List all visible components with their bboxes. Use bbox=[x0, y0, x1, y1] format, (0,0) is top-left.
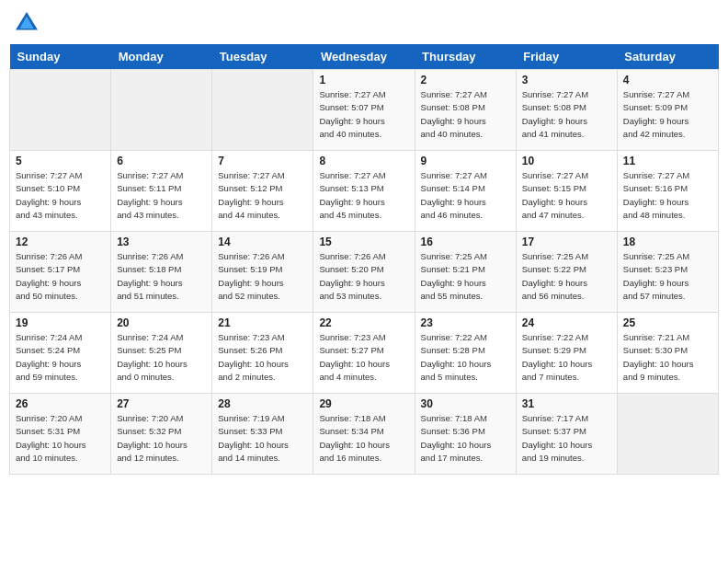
calendar-cell: 4Sunrise: 7:27 AM Sunset: 5:09 PM Daylig… bbox=[617, 70, 718, 151]
calendar-cell bbox=[212, 70, 313, 151]
day-info: Sunrise: 7:27 AM Sunset: 5:15 PM Dayligh… bbox=[522, 169, 611, 222]
day-number: 9 bbox=[421, 155, 510, 167]
day-number: 17 bbox=[522, 236, 611, 248]
day-number: 21 bbox=[218, 316, 307, 329]
weekday-header: Wednesday bbox=[313, 44, 415, 70]
page-header bbox=[9, 9, 719, 37]
day-info: Sunrise: 7:27 AM Sunset: 5:11 PM Dayligh… bbox=[117, 169, 206, 222]
day-number: 3 bbox=[522, 74, 611, 86]
day-info: Sunrise: 7:20 AM Sunset: 5:31 PM Dayligh… bbox=[16, 412, 105, 465]
weekday-header: Thursday bbox=[415, 44, 516, 70]
day-info: Sunrise: 7:27 AM Sunset: 5:08 PM Dayligh… bbox=[522, 88, 611, 141]
calendar-cell: 31Sunrise: 7:17 AM Sunset: 5:37 PM Dayli… bbox=[516, 394, 617, 475]
day-info: Sunrise: 7:17 AM Sunset: 5:37 PM Dayligh… bbox=[522, 412, 611, 465]
logo-icon bbox=[13, 9, 40, 37]
calendar-cell: 25Sunrise: 7:21 AM Sunset: 5:30 PM Dayli… bbox=[617, 313, 718, 394]
day-info: Sunrise: 7:20 AM Sunset: 5:32 PM Dayligh… bbox=[117, 412, 206, 465]
day-info: Sunrise: 7:18 AM Sunset: 5:34 PM Dayligh… bbox=[319, 412, 408, 465]
day-number: 13 bbox=[117, 236, 206, 248]
weekday-header: Tuesday bbox=[212, 44, 313, 70]
calendar-cell: 3Sunrise: 7:27 AM Sunset: 5:08 PM Daylig… bbox=[516, 70, 617, 151]
calendar-cell: 15Sunrise: 7:26 AM Sunset: 5:20 PM Dayli… bbox=[313, 232, 415, 313]
day-info: Sunrise: 7:27 AM Sunset: 5:16 PM Dayligh… bbox=[623, 169, 712, 222]
day-number: 16 bbox=[421, 236, 510, 248]
day-number: 11 bbox=[623, 155, 712, 167]
day-number: 14 bbox=[218, 236, 307, 248]
day-info: Sunrise: 7:23 AM Sunset: 5:27 PM Dayligh… bbox=[319, 331, 408, 384]
day-info: Sunrise: 7:25 AM Sunset: 5:21 PM Dayligh… bbox=[421, 250, 510, 303]
day-number: 26 bbox=[16, 397, 105, 410]
calendar-cell: 24Sunrise: 7:22 AM Sunset: 5:29 PM Dayli… bbox=[516, 313, 617, 394]
calendar-cell: 21Sunrise: 7:23 AM Sunset: 5:26 PM Dayli… bbox=[212, 313, 313, 394]
weekday-header-row: SundayMondayTuesdayWednesdayThursdayFrid… bbox=[10, 44, 719, 70]
calendar-cell: 9Sunrise: 7:27 AM Sunset: 5:14 PM Daylig… bbox=[415, 151, 516, 232]
calendar-cell: 14Sunrise: 7:26 AM Sunset: 5:19 PM Dayli… bbox=[212, 232, 313, 313]
calendar-cell: 5Sunrise: 7:27 AM Sunset: 5:10 PM Daylig… bbox=[10, 151, 111, 232]
weekday-header: Friday bbox=[516, 44, 617, 70]
day-info: Sunrise: 7:27 AM Sunset: 5:08 PM Dayligh… bbox=[421, 88, 510, 141]
day-info: Sunrise: 7:25 AM Sunset: 5:22 PM Dayligh… bbox=[522, 250, 611, 303]
day-number: 18 bbox=[623, 236, 712, 248]
day-info: Sunrise: 7:26 AM Sunset: 5:18 PM Dayligh… bbox=[117, 250, 206, 303]
calendar-cell: 20Sunrise: 7:24 AM Sunset: 5:25 PM Dayli… bbox=[111, 313, 212, 394]
calendar-cell: 10Sunrise: 7:27 AM Sunset: 5:15 PM Dayli… bbox=[516, 151, 617, 232]
weekday-header: Saturday bbox=[617, 44, 718, 70]
calendar-cell: 12Sunrise: 7:26 AM Sunset: 5:17 PM Dayli… bbox=[10, 232, 111, 313]
day-info: Sunrise: 7:26 AM Sunset: 5:20 PM Dayligh… bbox=[319, 250, 408, 303]
day-info: Sunrise: 7:27 AM Sunset: 5:14 PM Dayligh… bbox=[421, 169, 510, 222]
day-info: Sunrise: 7:22 AM Sunset: 5:29 PM Dayligh… bbox=[522, 331, 611, 384]
day-info: Sunrise: 7:22 AM Sunset: 5:28 PM Dayligh… bbox=[421, 331, 510, 384]
day-info: Sunrise: 7:27 AM Sunset: 5:12 PM Dayligh… bbox=[218, 169, 307, 222]
calendar-table: SundayMondayTuesdayWednesdayThursdayFrid… bbox=[9, 44, 719, 475]
calendar-cell: 8Sunrise: 7:27 AM Sunset: 5:13 PM Daylig… bbox=[313, 151, 415, 232]
day-number: 6 bbox=[117, 155, 206, 167]
day-number: 22 bbox=[319, 316, 408, 329]
day-info: Sunrise: 7:24 AM Sunset: 5:24 PM Dayligh… bbox=[16, 331, 105, 384]
day-info: Sunrise: 7:27 AM Sunset: 5:10 PM Dayligh… bbox=[16, 169, 105, 222]
day-number: 12 bbox=[16, 236, 105, 248]
calendar-cell: 2Sunrise: 7:27 AM Sunset: 5:08 PM Daylig… bbox=[415, 70, 516, 151]
weekday-header: Monday bbox=[111, 44, 212, 70]
day-number: 19 bbox=[16, 316, 105, 329]
day-number: 27 bbox=[117, 397, 206, 410]
day-number: 1 bbox=[319, 74, 408, 86]
logo bbox=[13, 9, 44, 37]
calendar-cell: 6Sunrise: 7:27 AM Sunset: 5:11 PM Daylig… bbox=[111, 151, 212, 232]
calendar-cell bbox=[10, 70, 111, 151]
calendar-cell: 19Sunrise: 7:24 AM Sunset: 5:24 PM Dayli… bbox=[10, 313, 111, 394]
day-number: 15 bbox=[319, 236, 408, 248]
calendar-week-row: 19Sunrise: 7:24 AM Sunset: 5:24 PM Dayli… bbox=[10, 313, 719, 394]
calendar-cell: 17Sunrise: 7:25 AM Sunset: 5:22 PM Dayli… bbox=[516, 232, 617, 313]
day-info: Sunrise: 7:26 AM Sunset: 5:19 PM Dayligh… bbox=[218, 250, 307, 303]
calendar-cell: 28Sunrise: 7:19 AM Sunset: 5:33 PM Dayli… bbox=[212, 394, 313, 475]
day-number: 10 bbox=[522, 155, 611, 167]
calendar-cell: 26Sunrise: 7:20 AM Sunset: 5:31 PM Dayli… bbox=[10, 394, 111, 475]
day-number: 8 bbox=[319, 155, 408, 167]
calendar-cell: 7Sunrise: 7:27 AM Sunset: 5:12 PM Daylig… bbox=[212, 151, 313, 232]
calendar-week-row: 5Sunrise: 7:27 AM Sunset: 5:10 PM Daylig… bbox=[10, 151, 719, 232]
day-info: Sunrise: 7:21 AM Sunset: 5:30 PM Dayligh… bbox=[623, 331, 712, 384]
day-info: Sunrise: 7:27 AM Sunset: 5:07 PM Dayligh… bbox=[319, 88, 408, 141]
calendar-cell: 30Sunrise: 7:18 AM Sunset: 5:36 PM Dayli… bbox=[415, 394, 516, 475]
day-info: Sunrise: 7:23 AM Sunset: 5:26 PM Dayligh… bbox=[218, 331, 307, 384]
calendar-cell: 18Sunrise: 7:25 AM Sunset: 5:23 PM Dayli… bbox=[617, 232, 718, 313]
calendar-cell: 16Sunrise: 7:25 AM Sunset: 5:21 PM Dayli… bbox=[415, 232, 516, 313]
day-number: 24 bbox=[522, 316, 611, 329]
day-number: 28 bbox=[218, 397, 307, 410]
day-info: Sunrise: 7:27 AM Sunset: 5:13 PM Dayligh… bbox=[319, 169, 408, 222]
calendar-cell: 22Sunrise: 7:23 AM Sunset: 5:27 PM Dayli… bbox=[313, 313, 415, 394]
calendar-cell: 13Sunrise: 7:26 AM Sunset: 5:18 PM Dayli… bbox=[111, 232, 212, 313]
day-number: 20 bbox=[117, 316, 206, 329]
calendar-cell: 11Sunrise: 7:27 AM Sunset: 5:16 PM Dayli… bbox=[617, 151, 718, 232]
day-info: Sunrise: 7:19 AM Sunset: 5:33 PM Dayligh… bbox=[218, 412, 307, 465]
day-number: 23 bbox=[421, 316, 510, 329]
calendar-cell bbox=[111, 70, 212, 151]
day-number: 29 bbox=[319, 397, 408, 410]
day-number: 4 bbox=[623, 74, 712, 86]
day-info: Sunrise: 7:26 AM Sunset: 5:17 PM Dayligh… bbox=[16, 250, 105, 303]
calendar-cell: 27Sunrise: 7:20 AM Sunset: 5:32 PM Dayli… bbox=[111, 394, 212, 475]
day-info: Sunrise: 7:24 AM Sunset: 5:25 PM Dayligh… bbox=[117, 331, 206, 384]
day-number: 25 bbox=[623, 316, 712, 329]
day-number: 31 bbox=[522, 397, 611, 410]
calendar-week-row: 26Sunrise: 7:20 AM Sunset: 5:31 PM Dayli… bbox=[10, 394, 719, 475]
